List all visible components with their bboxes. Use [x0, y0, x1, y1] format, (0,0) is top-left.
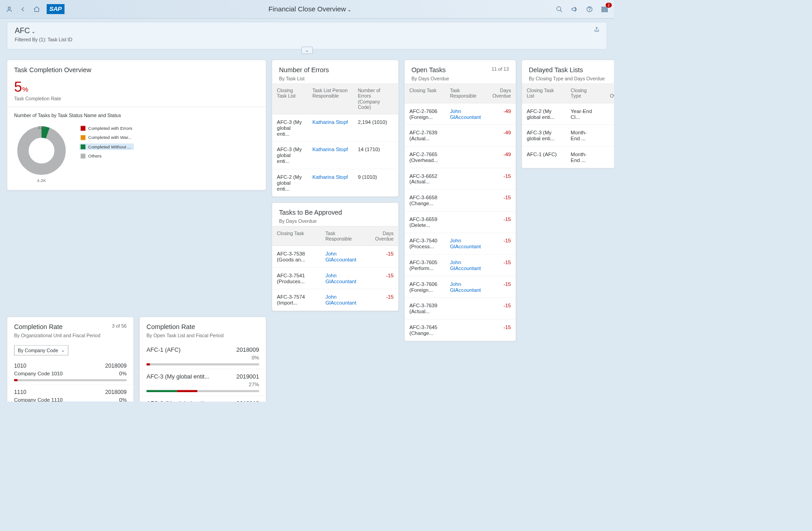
list-item[interactable]: AFC-1 (AFC)2018009 0% [140, 342, 266, 369]
home-icon[interactable] [33, 5, 41, 13]
card-completion-rate-list: Completion Rate By Open Task List and Fi… [139, 317, 266, 402]
svg-rect-6 [602, 9, 607, 10]
chevron-down-icon: ⌄ [31, 29, 35, 34]
table-row[interactable]: AFC-3-6658 (Change... -15 [404, 190, 516, 211]
group-by-select[interactable]: By Company Code [14, 345, 68, 356]
svg-point-4 [589, 10, 590, 11]
col-header[interactable]: Closing Task [272, 226, 321, 246]
shell-header: SAP Financial Close Overview⌄ [0, 0, 614, 19]
list-item[interactable]: AFC-2 (My global entit...2018012 93% [140, 396, 266, 401]
svg-line-2 [560, 10, 562, 12]
donut-chart[interactable]: 226 4.2K [14, 125, 69, 183]
chart-title: Number of Tasks by Task Status Name and … [7, 107, 266, 122]
col-header[interactable]: Closing Task List [272, 84, 308, 114]
table-row[interactable]: AFC-3-7574 (Import... John GlAccountant … [272, 289, 399, 311]
card-subtitle: By Days Overdue [411, 76, 509, 81]
card-title: Number of Errors [279, 66, 392, 74]
table-row[interactable]: AFC-2-7665 (Overhead... -49 [404, 146, 516, 168]
card-count: 3 of 56 [112, 323, 127, 329]
table-row[interactable]: AFC-1 (AFC)Month-End ...227 [522, 146, 614, 168]
page-title[interactable]: Financial Close Overview⌄ [64, 5, 556, 13]
variant-selector[interactable]: AFC⌄ [15, 26, 599, 35]
card-subtitle: By Open Task List and Fiscal Period [147, 333, 259, 338]
filter-summary: Filtered By (1): Task List ID [15, 37, 599, 42]
col-header[interactable]: Days Overdue [487, 84, 516, 103]
col-header[interactable]: Closing Task List [522, 84, 566, 103]
card-title: Tasks to Be Approved [279, 209, 392, 216]
col-header[interactable]: Task List Person Responsible [308, 84, 353, 114]
col-header[interactable]: Closing Task [404, 84, 445, 103]
table-row[interactable]: AFC-3-7605 (Perform... John GlAccountant… [404, 255, 516, 276]
card-subtitle: By Days Overdue [279, 219, 392, 224]
legend-item[interactable]: Completed with Errors [79, 125, 134, 131]
svg-point-8 [23, 132, 60, 169]
card-open-tasks: 11 of 13 Open Tasks By Days Overdue Clos… [404, 60, 516, 342]
megaphone-icon[interactable] [571, 5, 578, 13]
table-row[interactable]: AFC-2 (My global enti...Year-End Cl...-4… [522, 103, 614, 125]
table-row[interactable]: AFC-3-7606 (Foreign... John GlAccountant… [404, 276, 516, 298]
back-icon[interactable] [19, 5, 27, 13]
share-icon[interactable] [594, 26, 600, 34]
legend-item[interactable]: Completed Without ... [79, 143, 134, 150]
card-task-completion-overview: Task Completion Overview 5% Task Complet… [7, 60, 266, 191]
table-row[interactable]: AFC-2-7639 (Actual... -49 [404, 125, 516, 147]
user-icon[interactable] [5, 5, 13, 13]
chevron-down-icon: ⌄ [347, 7, 351, 12]
svg-rect-7 [602, 10, 607, 11]
card-tasks-to-be-approved: Tasks to Be Approved By Days Overdue Clo… [272, 202, 399, 311]
table-row[interactable]: AFC-3 (My global enti...Month-End ...-15 [522, 125, 614, 147]
card-title: Completion Rate [147, 323, 259, 331]
card-delayed-task-lists: Delayed Task Lists By Closing Type and D… [522, 60, 614, 169]
card-subtitle: By Task List [279, 76, 392, 81]
list-item[interactable]: AFC-3 (My global entit...2019001 27% [140, 369, 266, 396]
table-row[interactable]: AFC-2-7606 (Foreign... John GlAccountant… [404, 103, 516, 125]
notifications-icon[interactable] [601, 5, 609, 13]
card-completion-rate-org: 3 of 56 Completion Rate By Organizationa… [7, 317, 134, 402]
list-item[interactable]: 11102018009 Company Code 11100% [7, 385, 133, 401]
table-row[interactable]: AFC-3-7538 (Goods an... John GlAccountan… [272, 246, 399, 268]
col-header[interactable]: Number of Errors (Company Code) [353, 84, 399, 114]
table-row[interactable]: AFC-3-6659 (Delete... -15 [404, 211, 516, 233]
col-header[interactable]: Task Responsible [445, 84, 487, 103]
search-icon[interactable] [556, 5, 563, 13]
svg-point-1 [557, 6, 561, 10]
card-subtitle: By Closing Type and Days Overdue [529, 76, 614, 81]
legend-item[interactable]: Completed with War... [79, 134, 134, 141]
svg-point-0 [8, 7, 10, 9]
table-row[interactable]: AFC-2 (My global enti... Katharina Stopf… [272, 169, 399, 196]
table-row[interactable]: AFC-3-7540 (Process... John GlAccountant… [404, 233, 516, 255]
help-icon[interactable] [586, 5, 593, 13]
chart-legend: Completed with Errors Completed with War… [79, 125, 134, 183]
completion-percent: 5% [7, 76, 266, 95]
card-title: Task Completion Overview [14, 66, 259, 74]
table-row[interactable]: AFC-3-6652 (Actual... -15 [404, 168, 516, 190]
table-row[interactable]: AFC-3 (My global enti... Katharina Stopf… [272, 114, 399, 141]
sap-logo: SAP [47, 4, 64, 14]
table-row[interactable]: AFC-3-7639 (Actual... -15 [404, 298, 516, 320]
col-header[interactable]: Days Overdue [599, 84, 614, 103]
card-count: 11 of 13 [492, 66, 509, 72]
rate-label: Task Completion Rate [7, 95, 266, 107]
svg-rect-5 [602, 7, 607, 8]
table-row[interactable]: AFC-3-7541 (Produces... John GlAccountan… [272, 267, 399, 289]
card-subtitle: By Organizational Unit and Fiscal Period [14, 333, 127, 338]
list-item[interactable]: 10102018009 Company Code 10100% [7, 359, 133, 385]
col-header[interactable]: Days Overdue [366, 226, 399, 246]
table-row[interactable]: AFC-3-7645 (Change... -15 [404, 319, 516, 341]
card-title: Completion Rate [14, 323, 127, 331]
table-row[interactable]: AFC-3 (My global enti... Katharina Stopf… [272, 142, 399, 169]
expand-filter-button[interactable]: ⌄ [301, 47, 313, 54]
col-header[interactable]: Task Responsible [320, 226, 366, 246]
card-title: Delayed Task Lists [529, 66, 614, 74]
filter-bar: AFC⌄ Filtered By (1): Task List ID ⌄ [7, 22, 607, 49]
col-header[interactable]: Closing Type [566, 84, 599, 103]
card-number-of-errors: Number of Errors By Task List Closing Ta… [272, 60, 399, 197]
legend-item[interactable]: Others [79, 152, 134, 159]
